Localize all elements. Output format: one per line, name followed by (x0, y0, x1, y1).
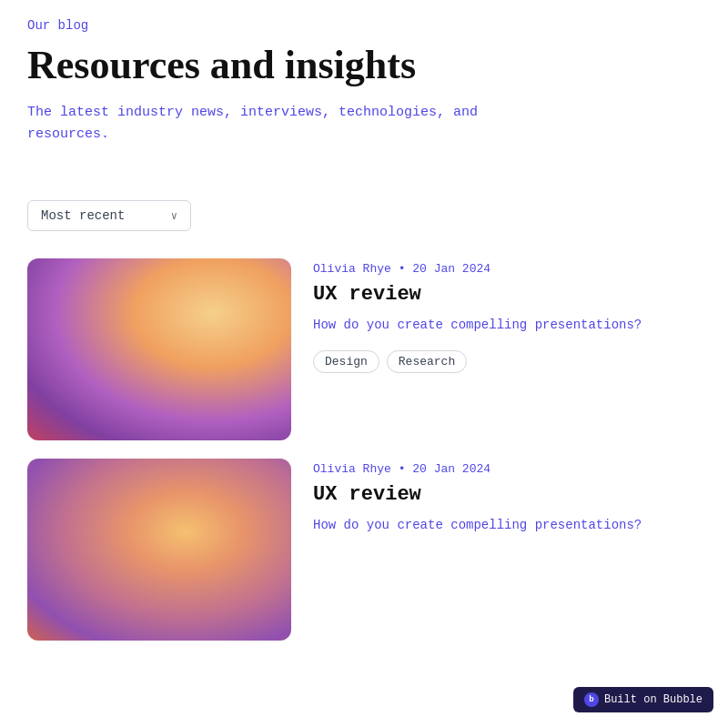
table-row: Olivia Rhye • 20 Jan 2024 UX review How … (27, 459, 701, 641)
bubble-icon: b (584, 692, 599, 707)
article-date-1: 20 Jan 2024 (412, 262, 490, 276)
article-title-1[interactable]: UX review (313, 283, 701, 306)
thumbnail-image-1 (27, 258, 291, 440)
chevron-down-icon: ∨ (171, 209, 177, 223)
thumbnail-image-2 (27, 459, 291, 641)
article-excerpt-1: How do you create compelling presentatio… (313, 315, 701, 335)
tag-design[interactable]: Design (313, 350, 379, 373)
article-meta-1: Olivia Rhye • 20 Jan 2024 (313, 262, 701, 276)
article-separator-2: • (399, 462, 413, 476)
article-author-1: Olivia Rhye (313, 262, 391, 276)
blog-label[interactable]: Our blog (27, 18, 701, 33)
filter-section: Most recent ∨ (27, 200, 701, 231)
bubble-badge[interactable]: b Built on Bubble (573, 687, 713, 712)
article-date-2: 20 Jan 2024 (412, 462, 490, 476)
article-tags-1: Design Research (313, 350, 701, 373)
article-separator-1: • (399, 262, 413, 276)
articles-list: Olivia Rhye • 20 Jan 2024 UX review How … (27, 258, 701, 641)
page-subtitle: The latest industry news, interviews, te… (27, 102, 555, 146)
article-meta-2: Olivia Rhye • 20 Jan 2024 (313, 462, 701, 476)
tag-research[interactable]: Research (387, 350, 467, 373)
page-container: Our blog Resources and insights The late… (0, 0, 728, 659)
article-author-2: Olivia Rhye (313, 462, 391, 476)
article-thumbnail-1[interactable] (27, 258, 291, 440)
sort-dropdown[interactable]: Most recent ∨ (27, 200, 191, 231)
article-excerpt-2: How do you create compelling presentatio… (313, 515, 701, 535)
article-thumbnail-2[interactable] (27, 459, 291, 641)
article-content-2: Olivia Rhye • 20 Jan 2024 UX review How … (313, 459, 701, 550)
sort-label: Most recent (41, 208, 125, 223)
page-title: Resources and insights (27, 44, 701, 87)
bubble-label: Built on Bubble (604, 693, 703, 706)
article-content-1: Olivia Rhye • 20 Jan 2024 UX review How … (313, 258, 701, 372)
table-row: Olivia Rhye • 20 Jan 2024 UX review How … (27, 258, 701, 440)
article-title-2[interactable]: UX review (313, 483, 701, 506)
